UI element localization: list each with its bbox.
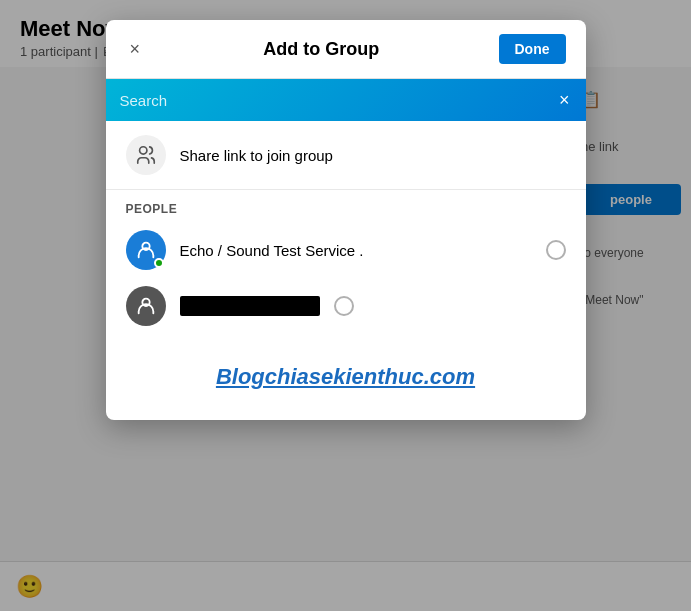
search-input[interactable]: [120, 92, 549, 109]
echo-avatar: [126, 230, 166, 270]
online-status-dot: [154, 258, 164, 268]
redacted-name: [180, 296, 320, 316]
modal-header: × Add to Group Done: [106, 20, 586, 79]
modal-done-button[interactable]: Done: [499, 34, 566, 64]
share-link-text: Share link to join group: [180, 147, 333, 164]
svg-point-0: [139, 147, 146, 154]
echo-name: Echo / Sound Test Service .: [180, 242, 532, 259]
echo-person-row[interactable]: Echo / Sound Test Service .: [106, 222, 586, 278]
watermark: Blogchiasekienthuc.com: [106, 334, 586, 410]
redacted-select-radio[interactable]: [334, 296, 354, 316]
add-to-group-modal: × Add to Group Done ×: [106, 20, 586, 420]
modal-wrapper: × Add to Group Done ×: [0, 0, 691, 611]
redacted-avatar: [126, 286, 166, 326]
redacted-person-row[interactable]: [106, 278, 586, 334]
search-clear-button[interactable]: ×: [557, 89, 572, 111]
modal-body: Share link to join group PEOPLE Echo / S…: [106, 121, 586, 420]
share-link-row[interactable]: Share link to join group: [106, 121, 586, 190]
people-section-label: PEOPLE: [106, 190, 586, 222]
share-link-icon: [126, 135, 166, 175]
search-bar: ×: [106, 79, 586, 121]
echo-select-radio[interactable]: [546, 240, 566, 260]
modal-title: Add to Group: [144, 39, 498, 60]
modal-close-button[interactable]: ×: [126, 36, 145, 62]
